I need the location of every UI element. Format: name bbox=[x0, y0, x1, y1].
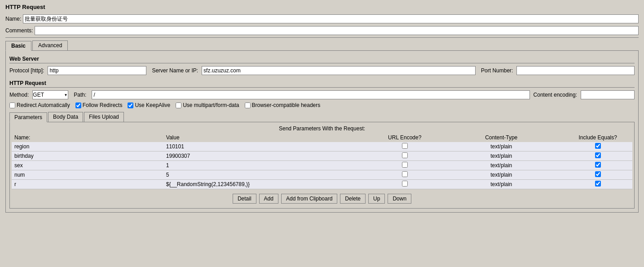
name-label: Name: bbox=[5, 16, 21, 22]
url-encode-checkbox[interactable] bbox=[402, 143, 408, 149]
cell-urlencode[interactable] bbox=[370, 142, 439, 151]
keepalive-item: Use KeepAlive bbox=[128, 102, 170, 108]
cell-name: num bbox=[12, 170, 163, 180]
cell-includeequals[interactable] bbox=[563, 151, 632, 161]
browser-headers-checkbox[interactable] bbox=[245, 102, 251, 108]
port-label: Port Number: bbox=[481, 67, 513, 74]
down-button[interactable]: Down bbox=[388, 194, 411, 204]
cell-contenttype: text/plain bbox=[439, 170, 563, 180]
cell-value: 5 bbox=[163, 170, 371, 180]
table-row[interactable]: birthday 19900307 text/plain bbox=[12, 151, 632, 161]
cell-contenttype: text/plain bbox=[439, 142, 563, 151]
comments-input[interactable] bbox=[35, 26, 639, 35]
table-row[interactable]: sex 1 text/plain bbox=[12, 161, 632, 170]
col-urlencode-header: URL Encode? bbox=[370, 133, 439, 142]
encoding-input[interactable] bbox=[581, 90, 635, 99]
cell-contenttype: text/plain bbox=[439, 180, 563, 189]
redirect-auto-checkbox[interactable] bbox=[9, 102, 15, 108]
http-request-window: HTTP Request Name: Comments: Basic Advan… bbox=[0, 0, 644, 267]
follow-redirects-checkbox[interactable] bbox=[75, 102, 81, 108]
cell-value: 1 bbox=[163, 161, 371, 170]
browser-headers-item: Browser-compatible headers bbox=[245, 102, 321, 108]
cell-urlencode[interactable] bbox=[370, 170, 439, 180]
add-button[interactable]: Add bbox=[259, 194, 278, 204]
inner-tab-content: Send Parameters With the Request: Name: … bbox=[9, 122, 635, 209]
url-encode-checkbox[interactable] bbox=[402, 162, 408, 168]
inner-tab-bar: Parameters Body Data Files Upload bbox=[9, 110, 635, 122]
table-header-row: Name: Value URL Encode? Content-Type Inc… bbox=[12, 133, 632, 142]
tab-files-upload[interactable]: Files Upload bbox=[84, 112, 124, 122]
checkboxes-row: Redirect Automatically Follow Redirects … bbox=[9, 100, 635, 110]
path-label: Path: bbox=[74, 92, 86, 98]
include-equals-checkbox[interactable] bbox=[595, 162, 601, 168]
encoding-label: Content encoding: bbox=[534, 92, 577, 98]
delete-button[interactable]: Delete bbox=[340, 194, 366, 204]
cell-name: birthday bbox=[12, 151, 163, 161]
detail-button[interactable]: Detail bbox=[233, 194, 256, 204]
url-encode-checkbox[interactable] bbox=[402, 181, 408, 187]
cell-includeequals[interactable] bbox=[563, 180, 632, 189]
http-request-section: HTTP Request Method: GET POST PUT DELETE… bbox=[9, 79, 635, 209]
include-equals-checkbox[interactable] bbox=[595, 171, 601, 177]
cell-name: r bbox=[12, 180, 163, 189]
col-value-header: Value bbox=[163, 133, 371, 142]
follow-redirects-label: Follow Redirects bbox=[83, 102, 123, 108]
web-server-header: Web Server bbox=[9, 54, 635, 63]
send-params-label: Send Parameters With the Request: bbox=[12, 124, 632, 133]
cell-value: ${__RandomString(2,123456789,)} bbox=[163, 180, 371, 189]
name-input[interactable] bbox=[23, 14, 639, 23]
method-select[interactable]: GET POST PUT DELETE HEAD OPTIONS PATCH bbox=[32, 90, 68, 99]
multipart-item: Use multipart/form-data bbox=[176, 102, 239, 108]
cell-urlencode[interactable] bbox=[370, 180, 439, 189]
url-encode-checkbox[interactable] bbox=[402, 171, 408, 177]
tab-basic[interactable]: Basic bbox=[5, 41, 31, 51]
method-wrapper: GET POST PUT DELETE HEAD OPTIONS PATCH ▼ bbox=[32, 90, 68, 99]
method-label: Method: bbox=[9, 92, 29, 98]
http-request-header: HTTP Request bbox=[9, 79, 635, 88]
window-title: HTTP Request bbox=[2, 2, 642, 13]
keepalive-checkbox[interactable] bbox=[128, 102, 133, 108]
cell-includeequals[interactable] bbox=[563, 142, 632, 151]
url-encode-checkbox[interactable] bbox=[402, 152, 408, 158]
cell-includeequals[interactable] bbox=[563, 170, 632, 180]
comments-row: Comments: bbox=[2, 25, 642, 36]
cell-urlencode[interactable] bbox=[370, 161, 439, 170]
table-row[interactable]: num 5 text/plain bbox=[12, 170, 632, 180]
multipart-label: Use multipart/form-data bbox=[183, 102, 239, 108]
cell-value: 110101 bbox=[163, 142, 371, 151]
col-name-header: Name: bbox=[12, 133, 163, 142]
tab-advanced[interactable]: Advanced bbox=[32, 40, 68, 50]
name-row: Name: bbox=[2, 13, 642, 25]
protocol-input[interactable] bbox=[48, 66, 146, 75]
port-input[interactable] bbox=[516, 66, 635, 75]
main-tab-content: Web Server Protocol [http]: Server Name … bbox=[5, 50, 639, 213]
browser-headers-label: Browser-compatible headers bbox=[252, 102, 321, 108]
cell-name: sex bbox=[12, 161, 163, 170]
cell-contenttype: text/plain bbox=[439, 161, 563, 170]
cell-urlencode[interactable] bbox=[370, 151, 439, 161]
server-label: Server Name or IP: bbox=[152, 67, 198, 74]
col-includeequals-header: Include Equals? bbox=[563, 133, 632, 142]
method-path-row: Method: GET POST PUT DELETE HEAD OPTIONS… bbox=[9, 89, 635, 100]
up-button[interactable]: Up bbox=[368, 194, 385, 204]
path-input[interactable] bbox=[92, 90, 529, 99]
cell-includeequals[interactable] bbox=[563, 161, 632, 170]
add-from-clipboard-button[interactable]: Add from Clipboard bbox=[281, 194, 337, 204]
include-equals-checkbox[interactable] bbox=[595, 152, 601, 158]
tab-body-data[interactable]: Body Data bbox=[48, 112, 83, 122]
cell-contenttype: text/plain bbox=[439, 151, 563, 161]
cell-value: 19900307 bbox=[163, 151, 371, 161]
keepalive-label: Use KeepAlive bbox=[135, 102, 170, 108]
web-server-row: Protocol [http]: Server Name or IP: Port… bbox=[9, 65, 635, 76]
cell-name: region bbox=[12, 142, 163, 151]
include-equals-checkbox[interactable] bbox=[595, 143, 601, 149]
divider bbox=[5, 37, 639, 38]
tab-parameters[interactable]: Parameters bbox=[9, 112, 47, 122]
redirect-auto-label: Redirect Automatically bbox=[17, 102, 70, 108]
server-input[interactable] bbox=[202, 66, 476, 75]
table-row[interactable]: region 110101 text/plain bbox=[12, 142, 632, 151]
multipart-checkbox[interactable] bbox=[176, 102, 181, 108]
comments-label: Comments: bbox=[5, 27, 33, 34]
table-row[interactable]: r ${__RandomString(2,123456789,)} text/p… bbox=[12, 180, 632, 189]
include-equals-checkbox[interactable] bbox=[595, 181, 601, 187]
